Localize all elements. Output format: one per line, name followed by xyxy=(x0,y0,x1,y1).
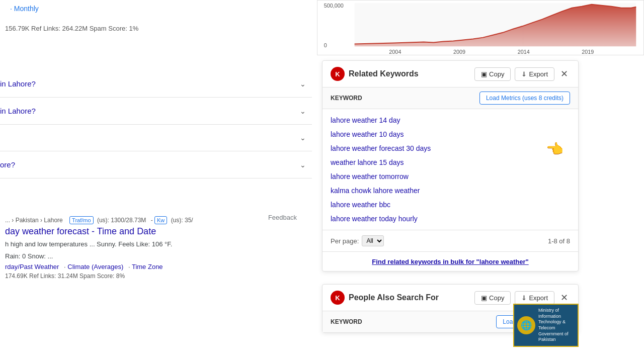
keyword-item-8[interactable]: lahore weather today hourly xyxy=(331,212,570,226)
psf-actions: ▣ Copy ⇓ Export ✕ xyxy=(474,291,570,305)
faq-item-3[interactable]: ⌄ xyxy=(0,125,312,151)
keyword-item-1[interactable]: lahore weather 14 day xyxy=(331,113,570,127)
traf-values: (us): 1300/28.73M xyxy=(97,217,146,224)
psf-title: K People Also Search For xyxy=(331,291,439,305)
stats-row: 156.79K Ref Links: 264.22M Spam Score: 1… xyxy=(0,25,138,32)
chart-panel: 500,000 0 2004 2009 2014 2019 xyxy=(317,0,644,55)
ministry-text: Ministry of Information Technology & Tel… xyxy=(538,308,575,343)
psf-title-text: People Also Search For xyxy=(349,293,439,302)
faq-item-text-1: in Lahore? xyxy=(0,79,36,88)
keyword-col-label: KEYWORD xyxy=(331,95,362,102)
breadcrumb: ... › Pakistan › Lahore Traf/mo (us): 13… xyxy=(5,216,307,224)
k-logo: K xyxy=(331,67,345,81)
psf-close-button[interactable]: ✕ xyxy=(558,292,570,303)
keyword-item-7[interactable]: lahore weather bbc xyxy=(331,198,570,212)
kw-label: Kw xyxy=(157,217,165,223)
rk-footer: Per page: All 10 25 50 1-8 of 8 xyxy=(323,230,578,251)
faq-item-text-2: in Lahore? xyxy=(0,107,36,115)
stats-text: 156.79K Ref Links: 264.22M Spam Score: 1… xyxy=(5,25,138,32)
kw-badge: Kw xyxy=(154,216,167,224)
svg-text:500,000: 500,000 xyxy=(324,3,344,9)
link-yesterday[interactable]: rday/Past Weather xyxy=(5,263,59,270)
traf-badge: Traf/mo xyxy=(69,216,94,224)
related-keywords-panel: K Related Keywords ▣ Copy ⇓ Export ✕ KEY… xyxy=(322,60,579,272)
chevron-down-icon-4: ⌄ xyxy=(300,161,306,169)
result-stats: 174.69K Ref Links: 31.24M Spam Score: 8% xyxy=(5,273,307,280)
export-icon: ⇓ xyxy=(521,70,527,78)
load-metrics-button[interactable]: Load Metrics (uses 8 credits) xyxy=(479,92,570,105)
traffic-chart: 500,000 0 2004 2009 2014 2019 xyxy=(317,1,643,55)
ministry-name: Ministry of Information Technology & Tel… xyxy=(538,308,575,331)
breadcrumb-text: ... › Pakistan › Lahore xyxy=(5,217,63,224)
result-links: rday/Past Weather · Climate (Averages) ·… xyxy=(5,263,307,270)
svg-text:2014: 2014 xyxy=(518,49,530,55)
monthly-badge: · Monthly xyxy=(10,5,39,13)
rk-metrics-row: KEYWORD Load Metrics (uses 8 credits) xyxy=(323,87,578,109)
psf-copy-button[interactable]: ▣ Copy xyxy=(474,291,511,305)
keyword-item-6[interactable]: kalma chowk lahore weather xyxy=(331,184,570,198)
copy-label: Copy xyxy=(489,70,504,78)
psf-k-logo: K xyxy=(331,291,345,305)
svg-text:2009: 2009 xyxy=(453,49,465,55)
ministry-sublabel: Government of Pakistan xyxy=(538,331,575,343)
traf-label: Traf/mo xyxy=(72,217,91,223)
chevron-down-icon-1: ⌄ xyxy=(300,80,306,88)
search-result: ... › Pakistan › Lahore Traf/mo (us): 13… xyxy=(0,216,312,280)
per-page-control: Per page: All 10 25 50 xyxy=(331,235,384,246)
ministry-badge: 🌐 Ministry of Information Technology & T… xyxy=(513,304,579,347)
pagination: 1-8 of 8 xyxy=(548,237,570,245)
result-title[interactable]: day weather forecast - Time and Date xyxy=(5,226,307,237)
monthly-label: · Monthly xyxy=(10,5,39,13)
rk-panel-header: K Related Keywords ▣ Copy ⇓ Export ✕ xyxy=(323,61,578,87)
link-climate[interactable]: Climate (Averages) xyxy=(67,263,123,270)
result-snippet-2: Rain: 0 Snow: ... xyxy=(5,251,307,261)
per-page-label: Per page: xyxy=(331,237,359,245)
left-panel: · Monthly 156.79K Ref Links: 264.22M Spa… xyxy=(0,0,312,362)
result-snippet-1: h high and low temperatures ... Sunny. F… xyxy=(5,239,307,249)
keyword-item-5[interactable]: lahore weather tomorrow xyxy=(331,169,570,184)
rk-keywords-list: lahore weather 14 day lahore weather 10 … xyxy=(323,109,578,230)
rk-title: K Related Keywords xyxy=(331,67,419,81)
faq-list: in Lahore? ⌄ in Lahore? ⌄ ⌄ ore? ⌄ xyxy=(0,70,312,178)
psf-export-button[interactable]: ⇓ Export xyxy=(515,291,554,305)
chevron-down-icon-2: ⌄ xyxy=(300,107,306,115)
keyword-item-3[interactable]: lahore weather forecast 30 days xyxy=(331,141,570,155)
kw-values: (us): 35/ xyxy=(171,217,193,224)
link-separator-2: · xyxy=(128,263,132,270)
svg-text:2004: 2004 xyxy=(389,49,401,55)
keyword-item-4[interactable]: weather lahore 15 days xyxy=(331,155,570,169)
keyword-item-2[interactable]: lahore weather 10 days xyxy=(331,127,570,141)
export-button[interactable]: ⇓ Export xyxy=(515,67,554,81)
close-button[interactable]: ✕ xyxy=(558,68,570,79)
psf-export-icon: ⇓ xyxy=(521,294,527,302)
load-metrics-label: Load Metrics (uses 8 credits) xyxy=(486,95,564,102)
faq-item-2[interactable]: in Lahore? ⌄ xyxy=(0,98,312,125)
rk-bulk-link: Find related keywords in bulk for "lahor… xyxy=(323,251,578,271)
faq-item-1[interactable]: in Lahore? ⌄ xyxy=(0,70,312,98)
chevron-down-icon-3: ⌄ xyxy=(300,134,306,142)
bulk-link[interactable]: Find related keywords in bulk for "lahor… xyxy=(372,258,528,265)
faq-item-text-4: ore? xyxy=(0,160,15,169)
rk-actions: ▣ Copy ⇓ Export ✕ xyxy=(474,67,570,81)
psf-copy-label: Copy xyxy=(489,294,504,302)
copy-icon: ▣ xyxy=(481,70,487,78)
pagination-text: 1-8 of 8 xyxy=(548,237,570,245)
svg-text:2019: 2019 xyxy=(582,49,594,55)
copy-button[interactable]: ▣ Copy xyxy=(474,67,511,81)
export-label: Export xyxy=(529,70,548,78)
link-timezone[interactable]: Time Zone xyxy=(132,263,163,270)
faq-item-4[interactable]: ore? ⌄ xyxy=(0,151,312,178)
per-page-select[interactable]: All 10 25 50 xyxy=(362,235,384,246)
psf-copy-icon: ▣ xyxy=(481,294,487,302)
psf-keyword-col-label: KEYWORD xyxy=(331,318,362,325)
rk-title-text: Related Keywords xyxy=(349,69,419,78)
ministry-emblem: 🌐 xyxy=(517,316,535,334)
svg-text:0: 0 xyxy=(324,42,327,48)
psf-export-label: Export xyxy=(529,294,548,302)
